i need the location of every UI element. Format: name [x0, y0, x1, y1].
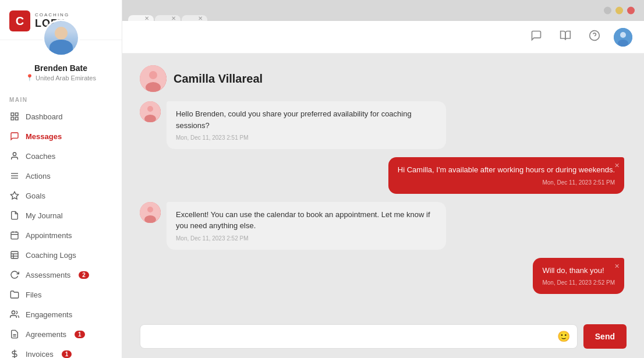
message-close-btn[interactable]: ✕: [614, 161, 620, 171]
profile-name: Brenden Bate: [6, 63, 116, 73]
profile-location: 📍 United Arab Emirates: [6, 74, 116, 81]
emoji-button[interactable]: 🙂: [557, 330, 570, 343]
window-controls: [604, 7, 635, 15]
sidebar-item-dashboard[interactable]: Dashboard: [0, 107, 122, 126]
message-time: Mon, Dec 11, 2023 2:52 PM: [176, 234, 437, 243]
appointments-icon: [9, 230, 20, 240]
badge-agreements: 1: [75, 331, 85, 338]
badge-invoices: 1: [62, 350, 72, 358]
message-bubble-msg1: Hello Brenden, could you share your pref…: [167, 101, 446, 149]
message-row-msg3: Excellent! You can use the calendar to b…: [140, 202, 624, 250]
book-open-icon: [560, 30, 571, 44]
book-icon-btn[interactable]: [555, 27, 575, 47]
sidebar-item-actions[interactable]: Actions: [0, 166, 122, 186]
chat-container: Camilla Villareal Hello Brenden, could y…: [122, 54, 644, 358]
contact-name: Camilla Villareal: [174, 72, 263, 86]
contact-avatar: [140, 65, 167, 92]
agreements-icon: [9, 329, 20, 339]
message-avatar: [140, 101, 161, 122]
nav-section-label: MAIN: [0, 88, 122, 107]
window-close[interactable]: [627, 7, 635, 15]
svg-rect-0: [11, 113, 14, 116]
nav-label-agreements: Agreements: [26, 330, 66, 339]
message-row-msg1: Hello Brenden, could you share your pref…: [140, 101, 624, 149]
browser-tabs-bar: ✕ ✕ ✕: [122, 0, 644, 21]
coaches-icon: [9, 151, 20, 161]
messages-icon-btn[interactable]: [526, 27, 546, 47]
browser-tab-2[interactable]: ✕: [155, 15, 181, 21]
message-text: Hello Brenden, could you share your pref…: [176, 109, 412, 130]
chat-header: Camilla Villareal: [140, 65, 627, 92]
journal-icon: [9, 210, 20, 221]
sidebar: C COACHING LOFT Brenden Bate 📍 United Ar…: [0, 0, 122, 358]
window-minimize[interactable]: [604, 7, 611, 15]
message-close-btn[interactable]: ✕: [614, 261, 620, 271]
sidebar-item-files[interactable]: Files: [0, 285, 122, 304]
window-maximize[interactable]: [615, 7, 623, 15]
sidebar-item-invoices[interactable]: Invoices 1: [0, 344, 122, 358]
location-pin-icon: 📍: [26, 74, 34, 81]
message-avatar: [140, 202, 161, 223]
user-avatar[interactable]: [614, 28, 632, 47]
app-container: C COACHING LOFT Brenden Bate 📍 United Ar…: [0, 0, 644, 358]
actions-icon: [9, 171, 20, 181]
sidebar-item-journal[interactable]: My Journal: [0, 205, 122, 225]
svg-point-30: [147, 106, 153, 112]
message-time: Mon, Dec 11, 2023 2:52 PM: [542, 278, 615, 287]
sidebar-item-goals[interactable]: Goals: [0, 186, 122, 205]
sidebar-item-assessments[interactable]: Assessments 2: [0, 265, 122, 285]
assessments-icon: [9, 270, 20, 280]
svg-point-33: [147, 207, 153, 212]
sidebar-item-engagements[interactable]: Engagements: [0, 304, 122, 324]
coaching-logs-icon: [9, 250, 20, 260]
message-row-msg2: ✕ Hi Camilla, I'm available after workin…: [140, 157, 624, 194]
nav-label-dashboard: Dashboard: [26, 112, 63, 121]
tab-close-2[interactable]: ✕: [171, 15, 176, 22]
nav-label-journal: My Journal: [26, 211, 63, 220]
sidebar-item-coaching-logs[interactable]: Coaching Logs: [0, 245, 122, 265]
files-icon: [9, 289, 20, 300]
svg-rect-2: [11, 117, 14, 120]
chat-input[interactable]: [147, 332, 557, 341]
browser-tab-1[interactable]: ✕: [128, 15, 154, 21]
nav-label-appointments: Appointments: [26, 231, 72, 240]
message-bubble-msg2: ✕ Hi Camilla, I'm available after workin…: [388, 157, 624, 194]
svg-point-25: [618, 40, 628, 47]
svg-rect-3: [15, 117, 18, 120]
nav-label-coaching-logs: Coaching Logs: [26, 251, 76, 260]
browser-tab-3[interactable]: ✕: [182, 15, 207, 21]
sidebar-item-agreements[interactable]: Agreements 1: [0, 324, 122, 344]
chat-icon: [530, 30, 542, 44]
invoices-icon: [9, 349, 20, 358]
avatar-figure: [44, 21, 78, 55]
sidebar-item-messages[interactable]: Messages: [0, 126, 122, 146]
svg-point-27: [149, 71, 157, 79]
nav-label-engagements: Engagements: [26, 310, 72, 319]
message-row-msg4: ✕ Will do, thank you! Mon, Dec 11, 2023 …: [140, 258, 624, 295]
messages-icon: [9, 131, 20, 141]
chat-input-wrapper: 🙂: [140, 324, 578, 349]
sidebar-item-appointments[interactable]: Appointments: [0, 225, 122, 245]
help-icon-btn[interactable]: [585, 27, 604, 47]
nav-label-messages: Messages: [26, 132, 62, 141]
tab-close-3[interactable]: ✕: [198, 15, 203, 22]
svg-point-17: [12, 311, 15, 314]
send-button[interactable]: Send: [583, 324, 627, 349]
logo-icon: C: [9, 10, 30, 31]
message-time: Mon, Dec 11, 2023 2:51 PM: [398, 178, 615, 187]
badge-assessments: 2: [79, 271, 89, 279]
sidebar-item-coaches[interactable]: Coaches: [0, 146, 122, 166]
message-bubble-msg3: Excellent! You can use the calendar to b…: [167, 202, 446, 250]
nav-label-assessments: Assessments: [26, 271, 70, 279]
messages-area: Hello Brenden, could you share your pref…: [140, 101, 627, 315]
nav-label-files: Files: [26, 290, 41, 299]
svg-point-4: [13, 153, 16, 155]
tab-close-1[interactable]: ✕: [144, 15, 149, 22]
message-text: Will do, thank you!: [542, 266, 604, 275]
nav-label-goals: Goals: [26, 192, 45, 200]
svg-rect-1: [15, 113, 18, 116]
message-text: Excellent! You can use the calendar to b…: [176, 210, 430, 231]
message-bubble-msg4: ✕ Will do, thank you! Mon, Dec 11, 2023 …: [533, 258, 624, 295]
goals-icon: [9, 190, 20, 201]
nav-label-actions: Actions: [26, 172, 51, 180]
